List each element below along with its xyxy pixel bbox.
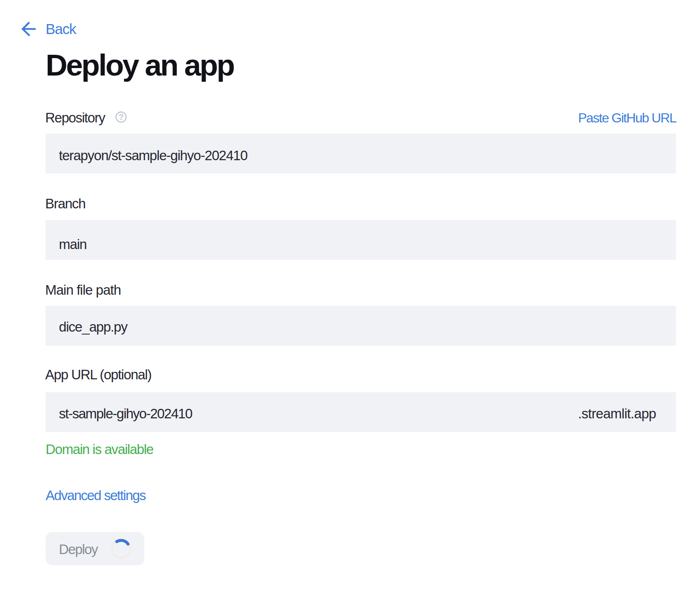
svg-text:?: ? <box>119 112 124 122</box>
